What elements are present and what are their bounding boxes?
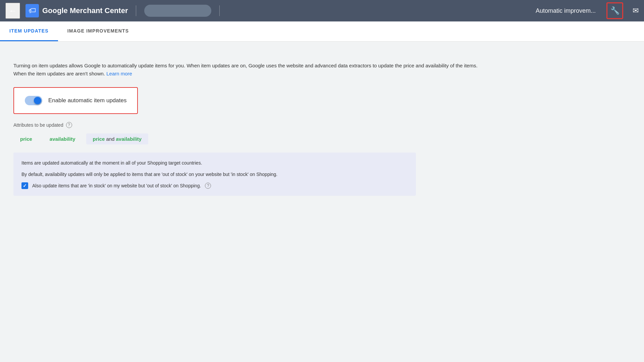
learn-more-link[interactable]: Learn more — [106, 71, 132, 76]
description-paragraph: Turning on item updates allows Google to… — [13, 62, 483, 78]
logo: 🏷 Google Merchant Center — [25, 4, 128, 17]
toggle-thumb — [34, 97, 41, 104]
chip-price[interactable]: price — [13, 133, 39, 144]
checkbox-label: Also update items that are 'in stock' on… — [32, 183, 201, 188]
also-update-checkbox[interactable] — [21, 182, 28, 189]
main-content: Turning on item updates allows Google to… — [0, 42, 644, 362]
top-header: ← 🏷 Google Merchant Center Automatic imp… — [0, 0, 644, 21]
attribute-chips: price availability price and availabilit… — [13, 133, 631, 144]
attributes-label: Attributes to be updated ? — [13, 122, 631, 128]
chip-price-and-availability[interactable]: price and availability — [86, 133, 149, 144]
info-box: Items are updated automatically at the m… — [13, 153, 416, 196]
header-divider — [136, 5, 136, 16]
info-line-1: Items are updated automatically at the m… — [21, 159, 408, 167]
tab-image-improvements[interactable]: IMAGE IMPROVEMENTS — [58, 21, 139, 41]
checkbox-row: Also update items that are 'in stock' on… — [21, 182, 408, 189]
description-text: Turning on item updates allows Google to… — [13, 52, 483, 78]
header-divider-2 — [219, 5, 220, 16]
logo-text: Google Merchant Center — [42, 6, 128, 15]
help-icon[interactable]: ? — [66, 122, 72, 128]
back-button[interactable]: ← — [5, 3, 20, 19]
search-input[interactable] — [144, 5, 211, 17]
info-line-2: By default, availability updates will on… — [21, 171, 408, 178]
chip-availability[interactable]: availability — [43, 133, 82, 144]
settings-button[interactable]: 🔧 — [606, 2, 623, 19]
mail-icon[interactable]: ✉ — [633, 6, 639, 15]
attributes-section: Attributes to be updated ? price availab… — [13, 122, 631, 196]
logo-icon: 🏷 — [25, 4, 39, 17]
toggle-track — [25, 96, 42, 105]
wrench-icon: 🔧 — [610, 6, 620, 15]
header-title: Automatic improvem... — [536, 7, 596, 14]
toggle-switch[interactable] — [25, 96, 42, 105]
toggle-label: Enable automatic item updates — [48, 97, 126, 104]
checkbox-help-icon[interactable]: ? — [205, 183, 211, 189]
enable-toggle-card: Enable automatic item updates — [13, 87, 138, 114]
tabs-nav: ITEM UPDATES IMAGE IMPROVEMENTS — [0, 21, 644, 42]
tab-item-updates[interactable]: ITEM UPDATES — [0, 21, 58, 41]
